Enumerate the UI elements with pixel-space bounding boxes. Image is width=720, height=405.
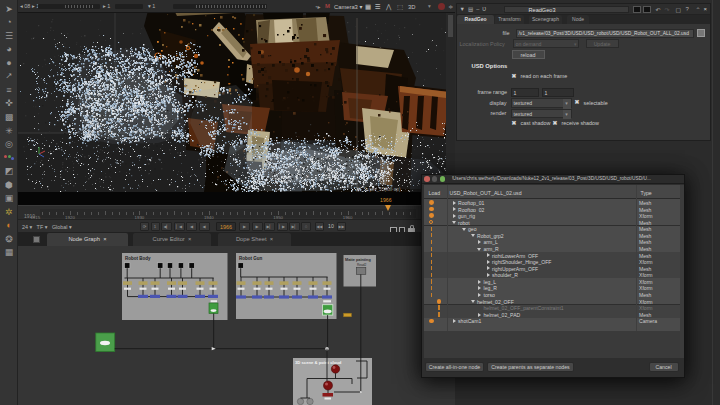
svg-text:Robot Gun: Robot Gun [239, 256, 262, 261]
svg-text:Matte painting: Matte painting [345, 258, 371, 262]
svg-text:Read2: Read2 [357, 263, 367, 267]
svg-text:3D scene & point cloud: 3D scene & point cloud [295, 360, 342, 365]
svg-text:Robot Body: Robot Body [125, 256, 151, 261]
